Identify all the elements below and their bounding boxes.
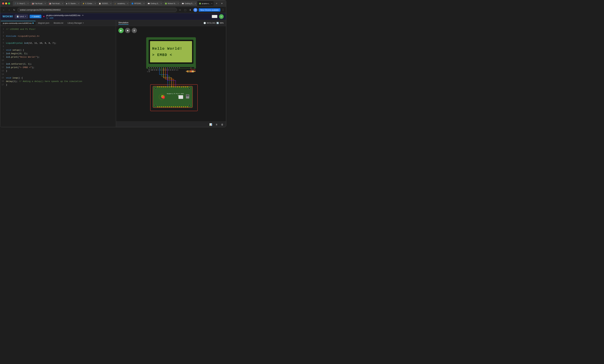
minimize-button[interactable]	[5, 2, 7, 4]
user-avatar[interactable]: M	[193, 8, 197, 12]
line-number: 7	[0, 49, 6, 52]
svg-rect-30	[190, 70, 190, 72]
browser-tab-t9[interactable]: 📖Getting S...✕	[146, 1, 163, 6]
code-editor[interactable]: 1// LCD1602 and Pi Pico!23#include <Liqu…	[0, 26, 116, 127]
sim-tab[interactable]: Simulation	[118, 21, 128, 25]
svg-point-59	[167, 106, 168, 107]
browser-tab-t4[interactable]: ▶0. Startin...✕	[64, 1, 80, 6]
line-content[interactable]: void setup() {	[6, 49, 114, 52]
svg-point-17	[179, 67, 180, 68]
code-line: 1// LCD1602 and Pi Pico!	[0, 28, 116, 31]
tab-close-icon[interactable]: ✕	[143, 3, 145, 4]
line-content[interactable]: }	[6, 83, 114, 87]
close-button[interactable]	[2, 2, 4, 4]
line-content[interactable]: lcd.print("Hello World!");	[6, 55, 114, 59]
trash-button[interactable]: 🗑	[220, 123, 224, 126]
tab-label: 0. Startin...	[68, 2, 77, 4]
save-button[interactable]: 💾 SAVE ▼	[15, 14, 28, 18]
browser-tab-t6[interactable]: 📋202502...✕	[97, 1, 113, 6]
chart-button[interactable]: 📊	[208, 123, 213, 126]
code-line: 8 lcd.begin(16, 2);	[0, 52, 116, 55]
pause-button[interactable]: ⏸	[132, 28, 137, 33]
browser-tab-t10[interactable]: 🟢Wokwi Si...✕	[163, 1, 180, 6]
download-button[interactable]: ⬇	[189, 8, 192, 12]
tab-favicon: 🏭	[49, 3, 51, 4]
heart-button[interactable]: ♥	[43, 15, 45, 18]
tab-menu-button[interactable]: ▼	[220, 2, 224, 5]
extension-button[interactable]: ⬚	[183, 8, 187, 12]
svg-point-4	[153, 67, 154, 68]
author-name[interactable]: urish	[50, 17, 53, 19]
tab-code[interactable]: pi-pico-community-core-lcd1602.ino	[1, 21, 36, 25]
tab-library-manager[interactable]: Library Manager ▼	[65, 21, 86, 25]
tab-close-icon[interactable]: ✕	[45, 3, 46, 4]
sim-controls: ▶ ■ ⏸	[116, 26, 226, 35]
tab-close-icon[interactable]: ✕	[195, 3, 196, 4]
docs-button[interactable]: Docs	[212, 15, 217, 18]
browser-tab-t7[interactable]: 🎓academy...✕	[113, 1, 129, 6]
tab-close-icon[interactable]: ✕	[78, 3, 79, 4]
line-content[interactable]: lcd.setCursor(2, 1);	[6, 63, 114, 66]
tab-close-icon[interactable]: ✕	[211, 3, 213, 4]
code-line: 9 lcd.print("Hello World!");	[0, 55, 116, 59]
tab-favicon: 🟢	[165, 3, 167, 4]
svg-point-69	[187, 106, 188, 107]
svg-point-50	[181, 87, 182, 88]
line-content[interactable]: void loop() {	[6, 76, 114, 80]
line-content[interactable]: // LCD1602 and Pi Pico!	[6, 28, 114, 31]
code-line: 13}	[0, 69, 116, 73]
share-button[interactable]: ↗ SHARE	[30, 15, 41, 18]
browser-tab-t8[interactable]: 🔵RP2040...✕	[130, 1, 146, 6]
sim-canvas: Hello World! > EMBD < VSS GND RS RW E D8…	[116, 35, 226, 121]
line-content[interactable]: LiquidCrystal lcd(12, 11, 10, 9, 8, 7);	[6, 42, 114, 45]
tab-close-icon[interactable]: ✕	[127, 3, 128, 4]
tab-label: Wokwi Si...	[168, 2, 177, 4]
line-number: 5	[0, 42, 6, 45]
tab-favicon: ▶	[66, 3, 68, 4]
line-number: 8	[0, 52, 6, 55]
menu-dots[interactable]: ⋮	[222, 8, 224, 12]
forward-button[interactable]: →	[7, 8, 11, 12]
tab-diagram[interactable]: diagram.json	[36, 21, 51, 25]
browser-tab-t2[interactable]: 🏭Fab Acad...✕	[30, 1, 47, 6]
browser-tab-t12[interactable]: 🟢pi-pico-c...✕	[197, 1, 214, 6]
stop-button[interactable]: ■	[125, 28, 130, 33]
new-tab-button[interactable]: +	[215, 2, 218, 5]
reload-button[interactable]: ↻	[13, 8, 16, 12]
code-line: 14	[0, 73, 116, 76]
browser-tab-t3[interactable]: 🏭Fab Acad...✕	[47, 1, 64, 6]
tab-close-icon[interactable]: ✕	[110, 3, 112, 4]
tab-close-icon[interactable]: ✕	[27, 3, 29, 4]
share-icon: ↗	[31, 15, 33, 18]
maximize-button[interactable]	[8, 2, 10, 4]
line-content[interactable]: }	[6, 69, 114, 73]
tab-close-icon[interactable]: ✕	[62, 3, 63, 4]
back-button[interactable]: ←	[2, 8, 6, 12]
tab-code-label: pi-pico-community-core-lcd1602.ino	[3, 22, 32, 24]
editor-tabs: pi-pico-community-core-lcd1602.ino diagr…	[0, 20, 116, 26]
svg-point-48	[177, 87, 178, 88]
line-content[interactable]: lcd.begin(16, 2);	[6, 52, 114, 55]
line-content[interactable]: lcd.print("> EMBD <");	[6, 66, 114, 69]
tab-libraries[interactable]: libraries.txt	[52, 21, 65, 25]
play-button[interactable]: ▶	[118, 28, 124, 33]
browser-tab-t1[interactable]: 🎵3. Vinyl C...✕	[13, 1, 30, 6]
svg-point-13	[171, 67, 172, 68]
bookmark-button[interactable]: ☆	[178, 8, 182, 12]
bottom-pause-button[interactable]: ⏸	[214, 123, 219, 126]
url-bar[interactable]: wokwi.com/projects/297323005822894602	[17, 8, 177, 12]
line-content[interactable]: delay(1); // Adding a delay() here speed…	[6, 80, 114, 83]
wokwi-user-avatar[interactable]: U	[219, 14, 224, 19]
line-content[interactable]: #include <LiquidCrystal.h>	[6, 35, 114, 38]
line-number: 6	[0, 45, 6, 48]
browser-tab-t5[interactable]: ⚡6. Embe...✕	[81, 1, 97, 6]
tab-close-icon[interactable]: ✕	[177, 3, 179, 4]
edit-icon[interactable]: ✏	[82, 14, 84, 17]
tab-close-icon[interactable]: ✕	[95, 3, 96, 4]
browser-tab-t11[interactable]: 📖Getting S...✕	[180, 1, 197, 6]
code-line: 10	[0, 59, 116, 63]
new-chrome-badge[interactable]: New Chrome available	[199, 8, 220, 12]
tab-close-icon[interactable]: ✕	[160, 3, 162, 4]
tab-label: Getting S...	[151, 2, 160, 4]
svg-point-55	[159, 106, 160, 107]
